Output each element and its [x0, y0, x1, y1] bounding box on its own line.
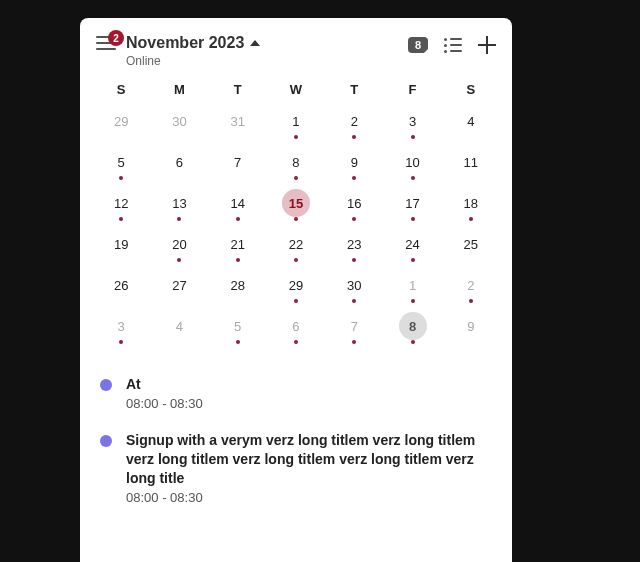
day-cell[interactable]: 29	[267, 269, 325, 310]
notification-badge: 2	[108, 30, 124, 46]
day-number: 4	[457, 107, 485, 135]
day-cell[interactable]: 4	[442, 105, 500, 146]
day-cell[interactable]: 2	[325, 105, 383, 146]
day-number: 9	[457, 312, 485, 340]
day-cell[interactable]: 7	[209, 146, 267, 187]
day-number: 1	[282, 107, 310, 135]
header: 2 November 2023 Online 8	[80, 18, 512, 76]
day-cell[interactable]: 14	[209, 187, 267, 228]
event-indicator-dot	[236, 217, 240, 221]
event-indicator-dot	[294, 299, 298, 303]
day-number: 13	[165, 189, 193, 217]
day-number: 29	[107, 107, 135, 135]
month-title: November 2023	[126, 34, 244, 52]
day-cell[interactable]: 5	[92, 146, 150, 187]
day-number: 31	[224, 107, 252, 135]
day-cell[interactable]: 25	[442, 228, 500, 269]
day-cell[interactable]: 19	[92, 228, 150, 269]
day-number: 20	[165, 230, 193, 258]
day-cell[interactable]: 6	[267, 310, 325, 351]
event-indicator-dot	[294, 258, 298, 262]
weekday-header: S	[442, 76, 500, 105]
menu-button[interactable]: 2	[96, 36, 116, 50]
day-cell[interactable]: 7	[325, 310, 383, 351]
month-selector[interactable]: November 2023 Online	[126, 34, 408, 68]
day-number: 15	[282, 189, 310, 217]
day-cell[interactable]: 3	[383, 105, 441, 146]
weekday-header: T	[209, 76, 267, 105]
event-indicator-dot	[352, 176, 356, 180]
day-number: 7	[340, 312, 368, 340]
event-indicator-dot	[352, 340, 356, 344]
day-cell[interactable]: 1	[383, 269, 441, 310]
add-event-button[interactable]	[478, 36, 496, 54]
day-cell[interactable]: 17	[383, 187, 441, 228]
event-time: 08:00 - 08:30	[126, 490, 492, 505]
event-indicator-dot	[469, 299, 473, 303]
event-indicator-dot	[119, 217, 123, 221]
event-indicator-dot	[177, 217, 181, 221]
day-number: 29	[282, 271, 310, 299]
day-cell[interactable]: 31	[209, 105, 267, 146]
day-cell[interactable]: 9	[442, 310, 500, 351]
event-time: 08:00 - 08:30	[126, 396, 492, 411]
day-cell[interactable]: 2	[442, 269, 500, 310]
event-indicator-dot	[469, 217, 473, 221]
day-cell[interactable]: 20	[150, 228, 208, 269]
day-cell[interactable]: 3	[92, 310, 150, 351]
day-cell[interactable]: 9	[325, 146, 383, 187]
day-number: 18	[457, 189, 485, 217]
day-cell[interactable]: 29	[92, 105, 150, 146]
day-cell[interactable]: 1	[267, 105, 325, 146]
day-cell[interactable]: 8	[267, 146, 325, 187]
event-indicator-dot	[294, 176, 298, 180]
day-number: 22	[282, 230, 310, 258]
event-indicator-dot	[411, 299, 415, 303]
day-cell[interactable]: 16	[325, 187, 383, 228]
day-number: 12	[107, 189, 135, 217]
day-number: 11	[457, 148, 485, 176]
day-cell[interactable]: 12	[92, 187, 150, 228]
day-number: 7	[224, 148, 252, 176]
day-cell[interactable]: 15	[267, 187, 325, 228]
event-item[interactable]: Signup with a verym verz long titlem ver…	[100, 421, 492, 515]
day-number: 3	[399, 107, 427, 135]
header-actions: 8	[408, 36, 496, 54]
day-cell[interactable]: 24	[383, 228, 441, 269]
day-cell[interactable]: 26	[92, 269, 150, 310]
event-item[interactable]: At08:00 - 08:30	[100, 365, 492, 421]
day-cell[interactable]: 6	[150, 146, 208, 187]
weekday-header: M	[150, 76, 208, 105]
day-cell[interactable]: 10	[383, 146, 441, 187]
day-number: 25	[457, 230, 485, 258]
day-cell[interactable]: 4	[150, 310, 208, 351]
day-number: 5	[224, 312, 252, 340]
day-cell[interactable]: 8	[383, 310, 441, 351]
day-cell[interactable]: 11	[442, 146, 500, 187]
day-cell[interactable]: 22	[267, 228, 325, 269]
event-indicator-dot	[411, 176, 415, 180]
day-cell[interactable]: 27	[150, 269, 208, 310]
day-number: 9	[340, 148, 368, 176]
account-status: Online	[126, 54, 408, 68]
event-indicator-dot	[294, 135, 298, 139]
day-cell[interactable]: 5	[209, 310, 267, 351]
month-grid: SMTWTFS 29303112345678910111213141516171…	[80, 76, 512, 351]
day-cell[interactable]: 21	[209, 228, 267, 269]
day-cell[interactable]: 23	[325, 228, 383, 269]
jump-to-today-button[interactable]: 8	[408, 37, 428, 53]
day-number: 28	[224, 271, 252, 299]
day-number: 17	[399, 189, 427, 217]
agenda-view-button[interactable]	[444, 38, 462, 53]
day-cell[interactable]: 18	[442, 187, 500, 228]
weekday-header: F	[383, 76, 441, 105]
event-color-dot	[100, 379, 112, 391]
day-cell[interactable]: 28	[209, 269, 267, 310]
day-cell[interactable]: 30	[150, 105, 208, 146]
day-cell[interactable]: 13	[150, 187, 208, 228]
event-indicator-dot	[411, 217, 415, 221]
day-cell[interactable]: 30	[325, 269, 383, 310]
weekday-header: W	[267, 76, 325, 105]
day-number: 16	[340, 189, 368, 217]
event-indicator-dot	[119, 176, 123, 180]
